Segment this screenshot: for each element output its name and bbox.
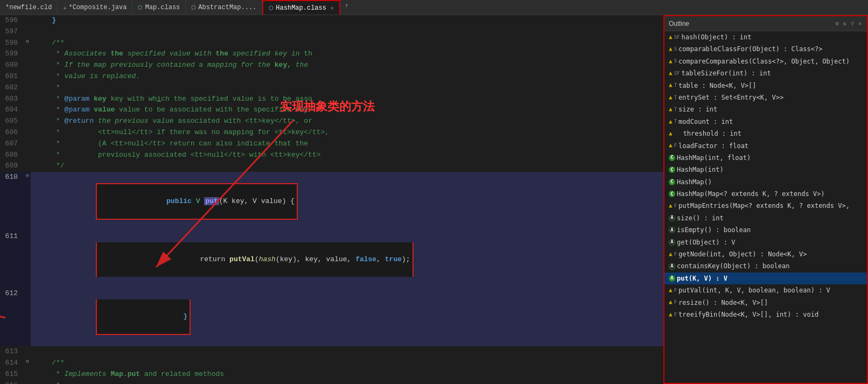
line-marker bbox=[24, 104, 31, 116]
outline-item-threshold[interactable]: ▲ threshold : int bbox=[664, 128, 867, 139]
outline-icon-f2-badge: F bbox=[674, 202, 677, 210]
line-number: 610 bbox=[0, 172, 24, 231]
table-row: 614 ⊖ /** bbox=[0, 358, 663, 369]
line-marker bbox=[24, 15, 31, 26]
code-line[interactable]: * @return the previous value associated … bbox=[31, 116, 663, 127]
outline-toolbar-close[interactable]: ✕ bbox=[857, 20, 863, 27]
outline-icon-circle-c3: C bbox=[669, 179, 675, 185]
tab-hashmap-close[interactable]: ✕ bbox=[331, 5, 334, 11]
line-marker: ⊖ bbox=[24, 172, 31, 231]
outline-icon-triangle-s2: ▲ bbox=[669, 57, 673, 67]
tab-abstractmap[interactable]: ⬡ AbstractMap.... bbox=[186, 0, 262, 15]
outline-item-text: HashMap(int) bbox=[677, 164, 724, 175]
outline-item-putMapEntries[interactable]: ▲ F putMapEntries(Map<? extends K, ? ext… bbox=[664, 200, 867, 212]
outline-body[interactable]: ▲ SF hash(Object) : int ▲ S comparableCl… bbox=[664, 31, 867, 383]
outline-icon-triangle-t3: ▲ bbox=[669, 104, 673, 115]
outline-toolbar-sort[interactable]: ⇅ bbox=[842, 20, 848, 27]
code-line[interactable]: */ bbox=[31, 160, 663, 172]
outline-icon-f4-badge: F bbox=[674, 287, 677, 295]
outline-item-isEmpty[interactable]: A isEmpty() : boolean bbox=[664, 224, 867, 236]
line-marker: ⊖ bbox=[24, 38, 31, 49]
code-line[interactable]: } bbox=[31, 288, 663, 346]
line-number: 603 bbox=[0, 94, 24, 105]
tab-newfile[interactable]: *newfile.cld bbox=[0, 0, 58, 15]
code-line[interactable] bbox=[31, 346, 663, 358]
code-line[interactable]: return putVal(hash(key), key, value, fal… bbox=[31, 231, 663, 288]
outline-toolbar: ⚙ ⇅ ▽ ✕ bbox=[835, 20, 863, 27]
code-line[interactable]: /** bbox=[31, 358, 663, 369]
table-row: 597 bbox=[0, 26, 663, 38]
line-number: 615 bbox=[0, 369, 24, 380]
code-line[interactable] bbox=[31, 26, 663, 38]
outline-item-get[interactable]: A get(Object) : V bbox=[664, 236, 867, 248]
tab-abstractmap-label: AbstractMap.... bbox=[198, 4, 256, 11]
outline-toolbar-filter[interactable]: ▽ bbox=[850, 20, 855, 27]
outline-item-getNode[interactable]: ▲ F getNode(int, Object) : Node<K, V> bbox=[664, 248, 867, 260]
table-row: 603 * @param key key with which the spec… bbox=[0, 94, 663, 105]
outline-item-text: HashMap() bbox=[677, 177, 712, 187]
code-line[interactable]: * previously associated <tt>null</tt> wi… bbox=[31, 150, 663, 161]
code-line[interactable]: * @param value value to be associated wi… bbox=[31, 104, 663, 116]
outline-item-tableSizeFor[interactable]: ▲ SF tableSizeFor(int) : int bbox=[664, 67, 867, 79]
code-line[interactable]: * bbox=[31, 82, 663, 94]
outline-item-put[interactable]: A put(K, V) : V bbox=[664, 273, 867, 284]
outline-item-text: isEmpty() : boolean bbox=[677, 225, 751, 235]
outline-item-compareComparables[interactable]: ▲ S compareComparables(Class<?>, Object,… bbox=[664, 55, 867, 67]
outline-item-table[interactable]: ▲ T table : Node<K, V>[] bbox=[664, 80, 867, 92]
outline-icon-triangle-f3: ▲ bbox=[669, 249, 673, 260]
code-line[interactable]: * @param key key with which the specifie… bbox=[31, 94, 663, 105]
table-row: 605 * @return the previous value associa… bbox=[0, 116, 663, 127]
outline-icon-circle-a2: A bbox=[669, 227, 675, 233]
code-line[interactable]: * <tt>null</tt> if there was no mapping … bbox=[31, 127, 663, 138]
code-line[interactable]: * Associates the specified value with th… bbox=[31, 48, 663, 60]
code-scroll-area[interactable]: 596 } 597 598 ⊖ /** bbox=[0, 15, 663, 384]
outline-item-loadFactor[interactable]: ▲ F loadFactor : float bbox=[664, 140, 867, 152]
code-line[interactable]: /** bbox=[31, 38, 663, 49]
code-line[interactable]: * bbox=[31, 380, 663, 385]
outline-item-size-field[interactable]: ▲ T size : int bbox=[664, 103, 867, 115]
outline-item-comparableClassFor[interactable]: ▲ S comparableClassFor(Object) : Class<?… bbox=[664, 43, 867, 55]
outline-icon-circle-a3: A bbox=[669, 239, 675, 246]
outline-item-size-method[interactable]: A size() : int bbox=[664, 212, 867, 224]
outline-icon-circle-a5: A bbox=[669, 275, 675, 282]
table-row: 606 * <tt>null</tt> if there was no mapp… bbox=[0, 127, 663, 138]
code-line[interactable]: * If the map previously contained a mapp… bbox=[31, 60, 663, 71]
tab-composite-icon: ☕ bbox=[63, 4, 66, 11]
code-line[interactable]: } bbox=[31, 15, 663, 26]
outline-item-containsKey[interactable]: A containsKey(Object) : boolean bbox=[664, 260, 867, 272]
line-number: 596 bbox=[0, 15, 24, 26]
line-marker bbox=[24, 380, 31, 385]
table-row: 607 * (A <tt>null</tt> return can also i… bbox=[0, 138, 663, 150]
outline-item-entrySet[interactable]: ▲ T entrySet : Set<Entry<K, V>> bbox=[664, 92, 867, 103]
tab-hashmap[interactable]: ⬡ HashMap.class ✕ bbox=[262, 0, 340, 15]
tab-composite[interactable]: ☕ *Composite.java bbox=[58, 0, 132, 15]
outline-toolbar-collapse[interactable]: ⚙ bbox=[835, 20, 840, 27]
outline-item-text: hash(Object) : int bbox=[681, 32, 751, 43]
outline-item-hashmap-constructor4[interactable]: C HashMap(Map<? extends K, ? extends V>) bbox=[664, 188, 867, 200]
outline-item-text: compareComparables(Class<?>, Object, Obj… bbox=[678, 56, 850, 67]
line-marker bbox=[24, 26, 31, 38]
line-marker bbox=[24, 94, 31, 105]
table-row: 615 * Implements Map.put and related met… bbox=[0, 369, 663, 380]
line-number: 605 bbox=[0, 116, 24, 127]
code-line[interactable]: * Implements Map.put and related methods bbox=[31, 369, 663, 380]
code-line[interactable]: * value is replaced. bbox=[31, 71, 663, 82]
outline-item-treeifyBin[interactable]: ▲ F treeifyBin(Node<K, V>[], int) : void bbox=[664, 309, 867, 320]
outline-item-text: getNode(int, Object) : Node<K, V> bbox=[678, 249, 807, 260]
code-line[interactable]: * (A <tt>null</tt> return can also indic… bbox=[31, 138, 663, 150]
outline-icon-circle-c2: C bbox=[669, 166, 675, 173]
outline-item-hashmap-constructor3[interactable]: C HashMap() bbox=[664, 176, 867, 188]
code-line[interactable]: public V put(K key, V value) { bbox=[31, 172, 663, 231]
outline-item-resize[interactable]: ▲ F resize() : Node<K, V>[] bbox=[664, 297, 867, 309]
outline-item-putVal[interactable]: ▲ F putVal(int, K, V, boolean, boolean) … bbox=[664, 284, 867, 296]
outline-item-text: resize() : Node<K, V>[] bbox=[678, 297, 768, 308]
outline-item-modCount[interactable]: ▲ T modCount : int bbox=[664, 116, 867, 128]
outline-item-hashmap-constructor2[interactable]: C HashMap(int) bbox=[664, 164, 867, 176]
outline-icon-triangle-t2: ▲ bbox=[669, 93, 673, 103]
line-number: 599 bbox=[0, 48, 24, 60]
tab-mapclass[interactable]: ⬡ Map.class bbox=[132, 0, 186, 15]
outline-item-hash[interactable]: ▲ SF hash(Object) : int bbox=[664, 31, 867, 43]
outline-icon-sf-badge: SF bbox=[674, 33, 680, 41]
outline-item-hashmap-constructor1[interactable]: C HashMap(int, float) bbox=[664, 152, 867, 164]
table-row: 599 * Associates the specified value wit… bbox=[0, 48, 663, 60]
